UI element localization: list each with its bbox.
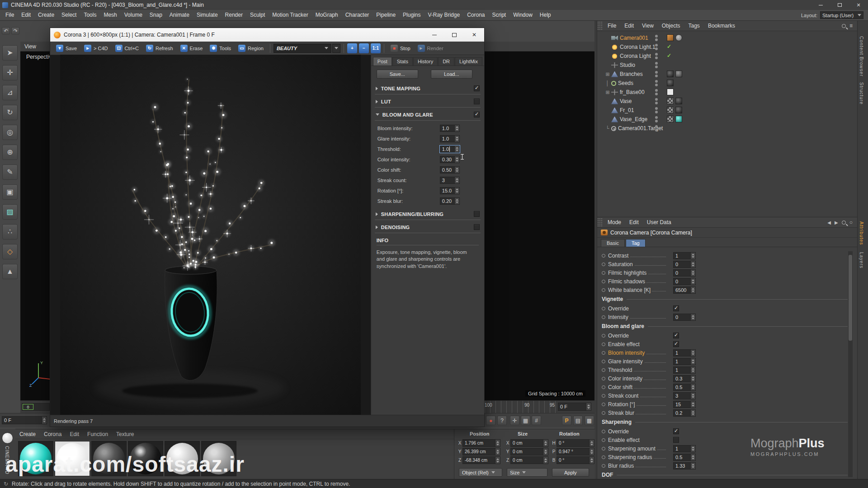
object-tags[interactable] [667,80,674,86]
filter-icon[interactable]: ≡ [849,23,853,29]
visibility-dots[interactable] [655,53,658,59]
visibility-dots[interactable] [655,98,658,104]
object-manager-menu-item[interactable]: Objects [658,23,684,29]
vfb-tab[interactable]: History [413,57,438,66]
menu-item[interactable]: Render [222,10,246,20]
attribute-value-field[interactable]: 0 [673,314,696,321]
render-view-icon[interactable]: ● [486,416,495,425]
object-tags[interactable] [667,43,671,50]
spinner[interactable] [586,403,591,410]
tag-swatch[interactable] [667,98,674,104]
current-frame-field[interactable]: 0 F [2,416,47,424]
attribute-row[interactable]: Contrast 1 [597,251,852,260]
tool-polygons-mode[interactable]: ▲ [2,264,18,279]
panel-grip-icon[interactable] [597,217,603,227]
region-button[interactable]: ▭ Region [235,43,267,53]
position-field[interactable]: 1.796 cm [462,439,500,447]
render-pass-select[interactable]: BEAUTY [274,44,331,53]
zoom-in-button[interactable]: + [347,43,357,53]
minimize-button[interactable] [811,0,830,10]
spinner[interactable] [690,278,695,285]
layout-select[interactable]: Startup (User) [820,11,863,19]
dock-tab-attributes[interactable]: Attributes [859,221,864,245]
visibility-dots[interactable] [655,125,658,131]
spinner[interactable] [543,457,548,464]
object-name[interactable]: Branches [620,71,643,77]
keyframe-dot-icon[interactable] [602,464,605,468]
keyframe-dot-icon[interactable] [602,377,605,380]
spinner[interactable] [690,261,695,267]
tag-swatch[interactable] [667,89,674,95]
attribute-value-field[interactable]: 1 [673,252,696,259]
menu-item[interactable]: Help [536,10,555,20]
attribute-checkbox[interactable] [673,305,679,311]
attribute-checkbox[interactable] [673,437,679,443]
object-manager-menu-item[interactable]: Tags [684,23,704,29]
spinner[interactable] [690,401,695,408]
object-manager-menu-item[interactable]: File [604,23,620,29]
spinner[interactable] [454,188,459,194]
attribute-value-field[interactable]: 0 [673,278,696,285]
keyframe-dot-icon[interactable] [602,351,605,355]
rotation-field[interactable]: 0 ° [557,439,594,447]
grid-b-icon[interactable]: ▩ [585,416,594,425]
dock-tab-content-browser[interactable]: Content Browser [859,36,864,76]
attribute-row[interactable]: Streak blur 0.2 [597,408,852,417]
vfb-minimize-button[interactable] [425,28,444,42]
attribute-value-field[interactable]: 1 [673,366,696,374]
object-row[interactable]: Studio [597,61,857,70]
material-menu-item[interactable]: Texture [112,431,138,437]
object-name[interactable]: Corona Light [620,53,651,59]
attribute-row[interactable]: Color intensity 0.3 [597,374,852,383]
menu-item[interactable]: Corona [463,10,488,20]
attribute-row[interactable]: Threshold 1 [597,366,852,374]
param-value-field[interactable]: 0.20 [440,197,460,205]
attribute-row[interactable]: Override [597,427,852,436]
spinner[interactable] [690,384,695,390]
attribute-value-field[interactable]: 15 [673,401,696,408]
zoom-actual-button[interactable]: 1:1 [371,43,381,53]
spinner[interactable] [589,457,594,464]
attribute-row[interactable]: Override [597,331,852,340]
spinner[interactable] [690,367,695,373]
material-menu-item[interactable]: Edit [66,431,83,437]
refresh-button[interactable]: ↻ Refresh [143,43,176,53]
keyframe-dot-icon[interactable] [602,403,605,406]
visibility-dots[interactable] [655,44,658,50]
spinner[interactable] [589,448,594,455]
attribute-value-field[interactable]: 0.3 [673,375,696,382]
object-manager-menu-item[interactable]: Bookmarks [704,23,739,29]
keyframe-dot-icon[interactable] [602,385,605,389]
spinner[interactable] [454,146,459,152]
spinner[interactable] [454,156,459,163]
current-frame-marker[interactable]: 0 [23,404,33,410]
object-row[interactable]: Camera001 [597,33,857,42]
vfb-tab[interactable]: LightMix [455,57,482,66]
attribute-value-field[interactable]: 1 [673,445,696,452]
spinner[interactable] [690,287,695,293]
size-field[interactable]: 0 cm [510,448,548,455]
maximize-button[interactable] [830,0,849,10]
object-tags[interactable] [667,52,671,59]
attribute-menu-item[interactable]: Mode [604,219,625,225]
tag-swatch[interactable] [675,70,682,77]
visibility-dots[interactable] [655,35,658,41]
spinner[interactable] [454,136,459,142]
menu-item[interactable]: Script [488,10,509,20]
attribute-value-field[interactable]: 0 [673,261,696,268]
keyframe-dot-icon[interactable] [602,438,605,442]
object-manager-menu-item[interactable]: Edit [620,23,638,29]
attribute-value-field[interactable]: 3 [673,392,696,399]
spinner[interactable] [454,177,459,183]
tool-points-mode[interactable]: ∴ [2,224,18,239]
object-row[interactable]: Vase [597,97,857,106]
attribute-value-field[interactable]: 0.5 [673,384,696,391]
attribute-row[interactable]: Enable effect [597,340,852,348]
spinner[interactable] [690,253,695,259]
attribute-row[interactable]: Blur radius 1.33 [597,461,852,470]
keyframe-dot-icon[interactable] [602,254,605,258]
snap-icon[interactable]: # [532,416,541,425]
scrollbar[interactable] [848,251,853,477]
spinner[interactable] [690,410,695,416]
object-name[interactable]: Vase [620,98,632,104]
